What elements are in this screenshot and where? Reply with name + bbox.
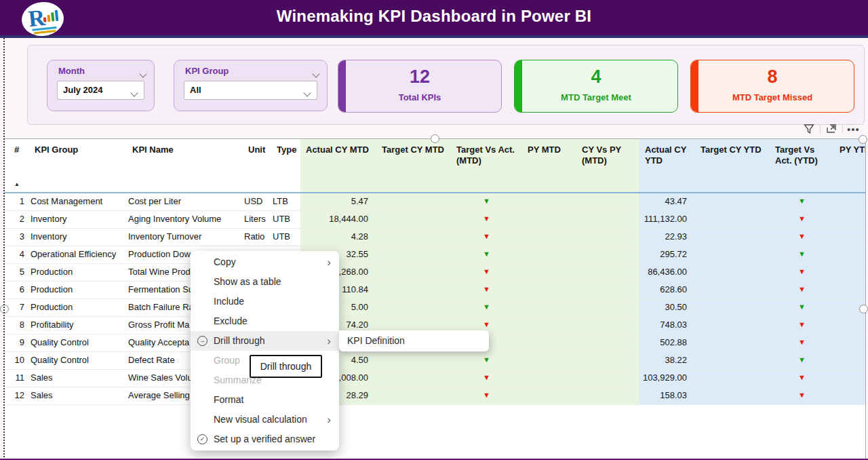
table-row[interactable]: 3InventoryInventory TurnoverRatioUTB4.28… — [5, 229, 866, 246]
table-row[interactable]: 10Quality ControlDefect Rate4.50▼38.22▼ — [5, 352, 866, 370]
kpi-card-value: 4 — [515, 66, 677, 88]
resize-handle-right-middle[interactable] — [859, 305, 868, 313]
slicer-selected-value: All — [190, 85, 201, 95]
focus-mode-icon[interactable] — [825, 122, 838, 136]
chevron-down-icon[interactable] — [304, 86, 310, 98]
slicer-dropdown[interactable]: July 2024 — [57, 81, 144, 100]
column-header-unit[interactable]: Unit — [243, 139, 271, 192]
column-header-target_mtd[interactable]: Target CY MTD — [376, 139, 451, 192]
target-met-indicator: ▼ — [770, 299, 834, 316]
cell-cy_py_mtd — [576, 264, 639, 281]
column-header-target_ytd[interactable]: Target CY YTD — [695, 139, 770, 192]
more-options-icon[interactable]: ••• — [847, 123, 860, 135]
submenu-item-kpi-definition[interactable]: KPI Definition — [339, 330, 489, 351]
table-row[interactable]: 7ProductionBatch Failure Ra5.00▼30.50▼ — [5, 299, 866, 317]
menu-item-label: Copy — [214, 256, 236, 267]
cell-num: 11 — [5, 370, 29, 387]
table-row[interactable]: 2InventoryAging Inventory VolumeLitersUT… — [5, 211, 866, 229]
menu-item-label: Drill through — [214, 335, 264, 346]
cell-ytd: 43.47 — [639, 193, 695, 210]
resize-handle-top-right[interactable] — [859, 135, 867, 144]
menu-item-format[interactable]: Format — [191, 390, 339, 410]
cell-num: 1 — [5, 193, 29, 210]
column-header-py_mtd[interactable]: PY MTD — [522, 139, 576, 192]
column-header-type[interactable]: Type — [271, 139, 300, 192]
cell-cy_py_mtd — [576, 370, 639, 387]
chevron-right-icon: › — [327, 331, 331, 351]
menu-item-new-visual-calculation[interactable]: New visual calculation› — [191, 410, 339, 429]
column-header-ytd[interactable]: Actual CY YTD — [639, 139, 695, 192]
filter-icon[interactable] — [802, 122, 816, 136]
kpi-card-mtd-target-meet[interactable]: 4MTD Target Meet — [514, 60, 678, 113]
table-row[interactable]: 12SalesAverage Selling28.29▼158.03▼ — [5, 387, 866, 405]
verified-icon: ✓ — [197, 434, 208, 444]
kpi-card-label: MTD Target Meet — [515, 92, 677, 102]
cell-num: 4 — [5, 246, 29, 263]
menu-item-show-as-a-table[interactable]: Show as a table — [191, 272, 339, 292]
chevron-down-icon[interactable] — [132, 86, 137, 98]
cell-py_ytd — [834, 229, 866, 246]
column-header-num[interactable]: #▲ — [5, 139, 29, 192]
cell-cy_py_mtd — [576, 299, 639, 316]
cell-target_ytd — [695, 299, 770, 316]
cell-target_ytd — [695, 211, 770, 228]
menu-item-include[interactable]: Include — [191, 292, 339, 311]
cell-cy_py_mtd — [576, 352, 639, 369]
table-row[interactable]: 11SalesWine Sales Volu5,008.00▼103,929.0… — [5, 370, 866, 387]
column-header-group[interactable]: KPI Group — [29, 139, 127, 192]
column-header-mtd_ind[interactable]: Target Vs Act. (MTD) — [451, 139, 522, 192]
cell-target_ytd — [695, 193, 770, 210]
cell-target_ytd — [695, 229, 770, 246]
menu-item-copy[interactable]: Copy› — [191, 252, 339, 272]
resize-handle-top-center[interactable] — [431, 134, 439, 143]
cell-target_mtd — [376, 352, 451, 369]
slicer-month: MonthJuly 2024 — [47, 60, 155, 111]
column-header-cy_py_mtd[interactable]: CY Vs PY (MTD) — [576, 139, 639, 192]
slicer-kpi-group: KPI GroupAll — [174, 60, 328, 111]
cell-py_ytd — [834, 282, 866, 299]
cell-num: 10 — [5, 352, 29, 369]
table-row[interactable]: 6ProductionFermentation Su110.84▼628.60▼ — [5, 282, 866, 299]
cell-num: 5 — [5, 264, 29, 281]
cell-unit: Ratio — [243, 229, 271, 246]
cell-target_ytd — [695, 246, 770, 263]
column-header-py_ytd[interactable]: PY YTD — [834, 139, 866, 192]
visual-toolbar: ••• — [802, 122, 860, 136]
chevron-down-icon[interactable] — [313, 67, 319, 79]
cell-py_mtd — [522, 246, 576, 263]
chevron-down-icon[interactable] — [140, 67, 146, 79]
cell-target_ytd — [695, 370, 770, 387]
target-met-indicator: ▼ — [770, 193, 834, 210]
column-header-ytd_ind[interactable]: Target Vs Act. (YTD) — [770, 139, 834, 192]
cell-py_ytd — [834, 387, 866, 404]
page-title: Winemaking KPI Dashboard in Power BI — [0, 7, 868, 26]
cell-py_ytd — [834, 193, 866, 210]
target-missed-indicator: ▼ — [451, 229, 522, 246]
kpi-card-total-kpis[interactable]: 12Total KPIs — [338, 60, 502, 113]
cell-target_mtd — [376, 370, 451, 387]
cell-name: Inventory Turnover — [127, 229, 243, 246]
menu-item-drill-through[interactable]: →Drill through› — [191, 331, 339, 351]
cell-num: 8 — [5, 317, 29, 334]
kpi-card-mtd-target-missed[interactable]: 8MTD Target Missed — [690, 60, 854, 113]
drill-through-submenu: KPI Definition — [339, 330, 489, 351]
cell-target_ytd — [695, 264, 770, 281]
menu-item-exclude[interactable]: Exclude — [191, 311, 339, 331]
sort-ascending-icon: ▲ — [14, 181, 20, 188]
filters-panel: MonthJuly 2024KPI GroupAll 12Total KPIs4… — [27, 45, 865, 125]
target-missed-indicator: ▼ — [770, 229, 834, 246]
slicer-dropdown[interactable]: All — [184, 81, 317, 100]
cell-py_mtd — [522, 387, 576, 404]
menu-item-set-up-a-verified-answer[interactable]: ✓Set up a verified answer — [191, 429, 339, 449]
column-header-mtd[interactable]: Actual CY MTD — [300, 139, 376, 192]
cell-py_mtd — [522, 282, 576, 299]
table-row[interactable]: 1Cost ManagementCost per LiterUSDLTB5.47… — [5, 193, 866, 211]
cell-target_mtd — [376, 211, 451, 228]
column-header-name[interactable]: KPI Name — [127, 139, 243, 192]
cell-target_mtd — [376, 246, 451, 263]
cell-py_mtd — [522, 211, 576, 228]
table-row[interactable]: 4Operational EfficiencyProduction Dow32.… — [5, 246, 866, 264]
cell-group: Quality Control — [29, 352, 127, 369]
target-missed-indicator: ▼ — [770, 211, 834, 228]
table-row[interactable]: 5ProductionTotal Wine Prod4,268.00▼86,43… — [5, 264, 866, 282]
